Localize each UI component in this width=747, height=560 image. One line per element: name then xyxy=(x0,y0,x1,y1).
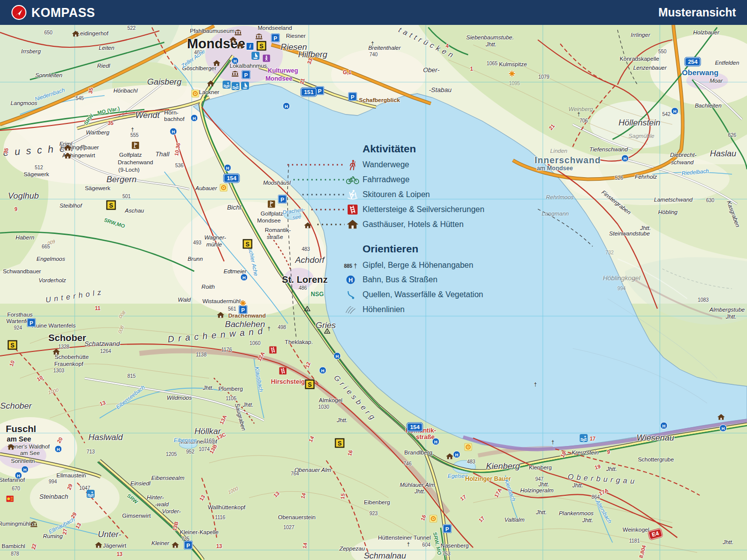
map-label: Schoberhütte xyxy=(55,354,89,360)
map-label: 512 xyxy=(35,165,43,170)
map-label: Moar xyxy=(710,78,723,84)
map-label: Fehrholz xyxy=(635,174,657,180)
map-label: Hilfberg xyxy=(298,50,328,59)
map-label: Konradskapelle xyxy=(620,56,659,62)
map-label: Gaisberg xyxy=(147,78,182,86)
map-label: 536 xyxy=(175,163,184,168)
map-label: Mondseeland xyxy=(257,25,292,31)
bus-stop-icon: H xyxy=(21,466,29,473)
map-label: Schafbergblick xyxy=(359,98,400,104)
map-label: Golfplatz xyxy=(119,152,141,158)
parking-icon: P xyxy=(242,71,250,79)
s-marker-icon: S xyxy=(107,201,116,210)
map-label: 753 xyxy=(442,552,451,557)
map-label: 994 xyxy=(49,479,57,484)
map-label: Eibenberg xyxy=(364,500,390,506)
map-label: Mondsee xyxy=(257,218,280,224)
map-label: Höblingkogel xyxy=(603,275,640,281)
map-label: Drachenwand xyxy=(118,160,153,166)
map-label: Hinter- xyxy=(147,495,164,501)
map-canvas[interactable]: 650IrrsbergLeidingerhofLeiten522RiedlSon… xyxy=(0,0,747,560)
map-label: Wallhüttenkopf xyxy=(208,505,246,511)
bus-stop-icon: H xyxy=(319,367,327,374)
map-label: 1095 xyxy=(509,81,520,86)
map-label: Irrsberg xyxy=(21,49,41,55)
page-title: Musteransicht xyxy=(658,6,736,19)
bus-stop-icon: H xyxy=(191,114,198,122)
bus-stop-icon: H xyxy=(660,422,668,430)
map-label: Vorderholz xyxy=(38,278,66,284)
map-label: straße xyxy=(416,434,435,441)
map-label: Stefanihof xyxy=(0,477,25,483)
map-label: Unter- xyxy=(98,530,122,539)
map-label: Obenauer Alm xyxy=(294,467,331,473)
map-label: 670 xyxy=(12,486,20,491)
map-label: 16 xyxy=(347,449,353,456)
map-label: Forsthaus xyxy=(7,312,32,318)
map-label: 550 xyxy=(658,49,667,54)
map-label: Diebrecht- xyxy=(670,152,696,158)
road-shield: 254 xyxy=(685,58,700,66)
bus-stop-icon: H xyxy=(334,352,341,360)
map-label: Bambichl xyxy=(1,544,25,550)
map-label: Schober xyxy=(0,402,31,410)
inn-icon xyxy=(718,414,725,420)
map-label: Jhtt. xyxy=(486,42,497,48)
map-label: 13 xyxy=(216,544,222,549)
map-label: Langmann xyxy=(542,211,569,217)
map-label: Achdorf xyxy=(295,256,325,264)
campsite-icon xyxy=(324,328,331,334)
museum-icon xyxy=(235,29,242,35)
map-label: 561 xyxy=(228,307,237,312)
map-label: 15 xyxy=(340,493,345,500)
map-label: Kulmspitze xyxy=(499,62,527,68)
map-label: Ellmaustein xyxy=(56,473,86,479)
parking-icon: P xyxy=(239,306,248,314)
map-label: Riesner xyxy=(286,33,306,39)
map-label: Sägewerk xyxy=(85,186,110,192)
via-ferrata-icon xyxy=(269,346,277,354)
map-label: 501 xyxy=(123,194,131,199)
s-marker-icon: S xyxy=(8,340,17,350)
map-label: 1116 xyxy=(215,515,226,520)
map-label: Wagner- xyxy=(204,235,226,241)
map-label: Steinbach xyxy=(39,493,68,500)
map-label: 732 xyxy=(606,250,614,255)
map-label: Jhtt. xyxy=(414,489,425,495)
map-label: Brunn xyxy=(188,256,203,262)
map-label: Habern xyxy=(15,235,34,241)
hiking-area-icon xyxy=(263,55,270,62)
map-label: Ober- xyxy=(423,67,440,73)
map-label: Rehrlmoos xyxy=(546,195,574,201)
map-label: Einsiedl xyxy=(130,481,150,487)
map-label: Lenzenbauer xyxy=(633,65,666,71)
map-label: G,1 xyxy=(343,70,352,75)
map-label: 14 xyxy=(302,542,308,549)
kompass-brand: KOMPASS xyxy=(11,4,95,20)
map-label: Frauenkopf xyxy=(54,361,83,367)
kompass-map-preview: 650IrrsbergLeidingerhofLeiten522RiedlSon… xyxy=(0,0,747,560)
museum-icon xyxy=(30,521,38,527)
church-cross-icon: † xyxy=(407,541,410,547)
map-label: Tiefenschwand xyxy=(589,147,627,153)
map-label: 9 xyxy=(607,449,610,455)
map-label: Kulturweg xyxy=(267,68,298,74)
map-label: Mühlauer Alm xyxy=(400,482,435,488)
map-label: Kienberg xyxy=(529,465,552,471)
map-label: 1181 xyxy=(629,539,640,544)
map-label: Fuschl xyxy=(5,424,36,434)
map-label: Leiten xyxy=(99,45,114,51)
map-label: Eibenseealm xyxy=(151,475,184,481)
map-label: Wartberg xyxy=(86,130,109,136)
sight-icon xyxy=(240,300,247,307)
map-label: 626 xyxy=(728,133,737,138)
map-label: Linden xyxy=(550,148,568,154)
inn-icon xyxy=(217,312,225,318)
map-label: 878 xyxy=(11,552,19,557)
map-label: Hüttensteiner Tunnel xyxy=(378,535,431,541)
viewpoint-icon xyxy=(220,184,228,192)
map-label: 555 xyxy=(130,133,139,138)
brand-name: KOMPASS xyxy=(31,5,95,20)
map-label: Voglhub xyxy=(8,192,39,200)
map-label: mühle xyxy=(206,242,222,248)
